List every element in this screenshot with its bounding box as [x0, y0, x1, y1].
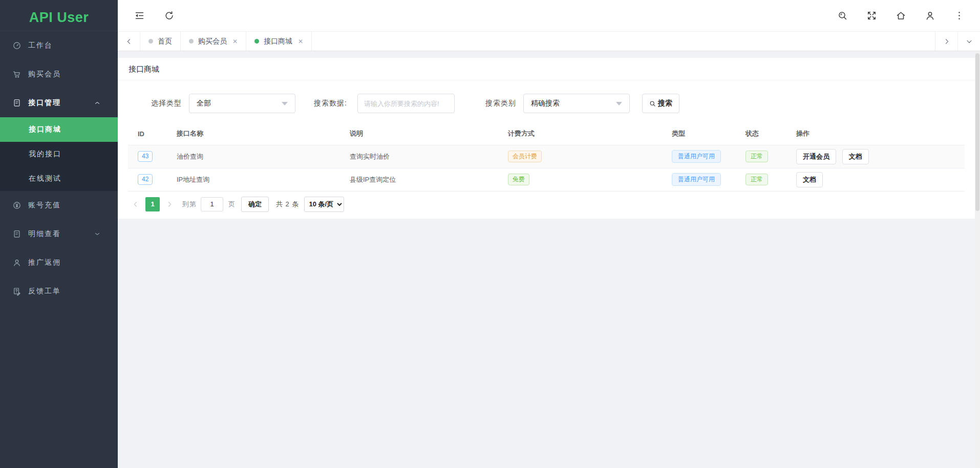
type-badge: 普通用户可用 — [672, 173, 721, 185]
tabbar-spacer — [312, 32, 935, 51]
status-badge: 正常 — [745, 151, 768, 162]
page-title: 接口商城 — [118, 58, 975, 80]
pagination: 1 到第 页 确定 共 2 条 10 条/页 — [129, 197, 975, 212]
total-count-label: 共 2 条 — [276, 200, 299, 209]
close-icon[interactable]: ✕ — [232, 38, 238, 45]
sidebar-item-label: 反馈工单 — [28, 287, 61, 296]
fullscreen-icon[interactable] — [866, 10, 877, 21]
sidebar: API User 工作台 购买会员 接口管理 接口商城 我的接口 — [0, 0, 118, 468]
sidebar-item-account-recharge[interactable]: 账号充值 — [0, 191, 118, 220]
page-size-select[interactable]: 10 条/页 — [304, 197, 344, 212]
tab-home[interactable]: 首页 — [140, 32, 181, 51]
goto-page-label: 到第 — [182, 200, 197, 209]
tab-label: 购买会员 — [198, 37, 227, 46]
tab-api-market[interactable]: 接口商城 ✕ — [246, 32, 312, 51]
tabs-scroll-left-icon[interactable] — [118, 32, 140, 51]
search-icon[interactable] — [837, 10, 848, 21]
tab-dot — [148, 39, 153, 44]
next-page-icon[interactable] — [163, 201, 176, 208]
search-button[interactable]: 搜索 — [642, 94, 679, 113]
sidebar-item-label: 账号充值 — [28, 201, 61, 210]
cart-icon — [12, 70, 22, 79]
billing-badge: 免费 — [508, 174, 529, 185]
dashboard-icon — [12, 41, 22, 50]
tab-label: 接口商城 — [264, 37, 292, 46]
sidebar-item-label: 明细查看 — [28, 229, 61, 239]
current-page-button[interactable]: 1 — [145, 197, 160, 211]
search-icon — [649, 100, 656, 107]
prev-page-icon[interactable] — [129, 201, 142, 208]
caret-down-icon — [282, 102, 288, 105]
search-button-label: 搜索 — [658, 99, 672, 108]
content-area: 接口商城 选择类型 全部 搜索数据: 搜索类别 精确搜索 — [118, 51, 980, 468]
sidebar-item-api-market[interactable]: 接口商城 — [0, 117, 118, 142]
scrollbar-thumb[interactable] — [975, 53, 979, 211]
type-filter-label: 选择类型 — [151, 99, 182, 108]
tab-label: 首页 — [158, 37, 172, 46]
chevron-down-icon — [94, 230, 101, 238]
submenu-item-label: 我的接口 — [29, 150, 61, 159]
search-input[interactable] — [357, 94, 455, 113]
sidebar-menu: 工作台 购买会员 接口管理 接口商城 我的接口 在线测试 — [0, 31, 118, 468]
category-select-value: 精确搜索 — [531, 99, 560, 108]
docs-button[interactable]: 文档 — [842, 149, 869, 164]
sidebar-item-promotion-rebate[interactable]: 推广返佣 — [0, 248, 118, 277]
user-icon[interactable] — [925, 10, 935, 21]
col-header-billing: 计费方式 — [498, 123, 662, 145]
status-badge: 正常 — [745, 174, 768, 185]
kebab-menu-icon[interactable] — [954, 10, 965, 21]
tabs-dropdown-icon[interactable] — [957, 32, 980, 51]
page-unit-label: 页 — [228, 200, 235, 209]
goto-page-input[interactable] — [201, 197, 223, 211]
open-membership-button[interactable]: 开通会员 — [796, 149, 836, 164]
refresh-icon[interactable] — [164, 10, 175, 21]
filter-bar: 选择类型 全部 搜索数据: 搜索类别 精确搜索 搜索 — [118, 80, 975, 113]
sidebar-item-label: 购买会员 — [28, 70, 61, 79]
type-select-value: 全部 — [197, 99, 211, 108]
api-market-panel: 接口商城 选择类型 全部 搜索数据: 搜索类别 精确搜索 — [118, 58, 975, 219]
col-header-type: 类型 — [662, 123, 736, 145]
sidebar-item-buy-membership[interactable]: 购买会员 — [0, 60, 118, 89]
goto-confirm-button[interactable]: 确定 — [241, 197, 269, 212]
table-row: 43 油价查询 查询实时油价 会员计费 普通用户可用 正常 开通会员 文档 — [128, 145, 965, 168]
tab-dot-active — [254, 39, 259, 44]
tabs-scroll-right-icon[interactable] — [935, 32, 957, 51]
type-select[interactable]: 全部 — [189, 94, 295, 113]
sidebar-item-label: 工作台 — [28, 41, 53, 50]
sidebar-item-online-test[interactable]: 在线测试 — [0, 166, 118, 191]
close-icon[interactable]: ✕ — [298, 38, 303, 45]
sidebar-item-detail-view[interactable]: 明细查看 — [0, 220, 118, 248]
sidebar-item-my-apis[interactable]: 我的接口 — [0, 142, 118, 166]
tab-dot — [189, 39, 194, 44]
scrollbar-track — [975, 52, 980, 468]
caret-down-icon — [616, 102, 622, 105]
person-icon — [12, 258, 22, 267]
id-badge: 43 — [138, 151, 153, 161]
submenu-item-label: 在线测试 — [29, 174, 61, 183]
col-header-name: 接口名称 — [167, 123, 340, 145]
api-desc-cell: 查询实时油价 — [340, 145, 498, 168]
app-root: API User 工作台 购买会员 接口管理 接口商城 我的接口 — [0, 0, 980, 468]
api-desc-cell: 县级IP查询定位 — [340, 168, 498, 191]
docs-button[interactable]: 文档 — [796, 172, 823, 187]
chevron-up-icon — [94, 99, 101, 107]
document-icon — [12, 98, 22, 108]
yen-circle-icon — [12, 201, 22, 210]
ticket-question-icon — [12, 287, 22, 296]
toolbar-left — [134, 10, 175, 21]
api-name-cell: IP地址查询 — [167, 168, 340, 191]
menu-fold-icon[interactable] — [134, 10, 145, 21]
sidebar-item-api-management[interactable]: 接口管理 — [0, 89, 118, 117]
toolbar-right — [837, 10, 965, 21]
search-category-label: 搜索类别 — [485, 99, 516, 108]
tab-buy-membership[interactable]: 购买会员 ✕ — [181, 32, 246, 51]
sidebar-item-feedback-ticket[interactable]: 反馈工单 — [0, 277, 118, 306]
tab-bar: 首页 购买会员 ✕ 接口商城 ✕ — [118, 32, 980, 51]
sidebar-item-label: 接口管理 — [28, 98, 61, 108]
search-data-label: 搜索数据: — [314, 99, 347, 108]
home-icon[interactable] — [896, 10, 906, 21]
table-header-row: ID 接口名称 说明 计费方式 类型 状态 操作 — [128, 123, 965, 145]
search-category-select[interactable]: 精确搜索 — [523, 94, 630, 113]
main-area: 首页 购买会员 ✕ 接口商城 ✕ 接口商城 — [118, 0, 980, 468]
sidebar-item-workbench[interactable]: 工作台 — [0, 31, 118, 60]
